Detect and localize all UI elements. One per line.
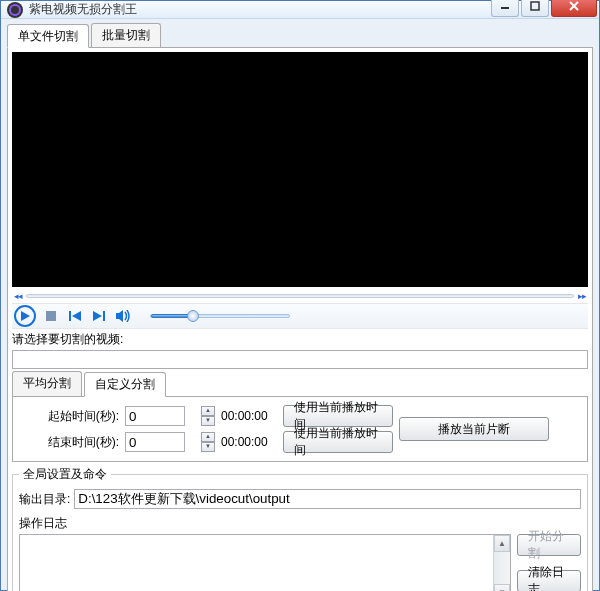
seekbar: ◂◂ ▸▸ [12, 290, 588, 302]
seek-forward-icon[interactable]: ▸▸ [578, 291, 586, 301]
prev-icon [69, 311, 81, 321]
tab-batch[interactable]: 批量切割 [91, 23, 161, 47]
stop-button[interactable] [42, 307, 60, 325]
end-time-label: 结束时间(秒): [19, 434, 119, 451]
start-time-input[interactable] [125, 406, 185, 426]
outdir-input[interactable] [74, 489, 581, 509]
play-segment-button[interactable]: 播放当前片断 [399, 417, 549, 441]
maximize-button[interactable] [521, 0, 549, 17]
log-scrollbar[interactable]: ▲ ▼ [493, 535, 510, 591]
window-title: 紫电视频无损分割王 [29, 1, 489, 18]
end-time-input[interactable] [125, 432, 185, 452]
main-tabs: 单文件切割 批量切割 [7, 23, 593, 47]
volume-icon [116, 310, 130, 322]
use-current-start-button[interactable]: 使用当前播放时间 [283, 405, 393, 427]
titlebar: 紫电视频无损分割王 [1, 1, 599, 19]
global-fieldset: 全局设置及命令 输出目录: 操作日志 ▲ ▼ [12, 466, 588, 591]
svg-rect-1 [531, 2, 539, 10]
main-panel: ◂◂ ▸▸ [7, 47, 593, 591]
global-legend: 全局设置及命令 [19, 466, 111, 483]
close-icon [568, 1, 580, 11]
volume-button[interactable] [114, 307, 132, 325]
seek-track[interactable] [26, 294, 574, 298]
end-time-display: 00:00:00 [221, 435, 277, 449]
volume-fill [151, 314, 191, 318]
maximize-icon [530, 1, 540, 11]
minimize-icon [500, 1, 510, 11]
start-time-spinner: ▲ ▼ [201, 406, 215, 426]
minimize-button[interactable] [491, 0, 519, 17]
seek-back-icon[interactable]: ◂◂ [14, 291, 22, 301]
volume-slider[interactable] [150, 314, 290, 318]
outdir-label: 输出目录: [19, 491, 70, 508]
log-textarea[interactable]: ▲ ▼ [19, 534, 511, 591]
next-icon [93, 311, 105, 321]
svg-rect-9 [103, 311, 105, 321]
tab-single-file[interactable]: 单文件切割 [7, 24, 89, 48]
next-button[interactable] [90, 307, 108, 325]
stop-icon [46, 311, 56, 321]
split-subtabs: 平均分割 自定义分割 [12, 371, 588, 396]
end-time-spinner: ▲ ▼ [201, 432, 215, 452]
play-icon [20, 311, 30, 321]
end-spin-down[interactable]: ▼ [201, 442, 215, 452]
svg-marker-4 [21, 311, 30, 321]
start-time-display: 00:00:00 [221, 409, 277, 423]
select-video-row: 请选择要切割的视频: [12, 331, 588, 348]
custom-split-panel: 起始时间(秒): ▲ ▼ 00:00:00 使用当前播放时间 播放当前片断 结束… [12, 396, 588, 462]
play-button[interactable] [14, 305, 36, 327]
client-area: 单文件切割 批量切割 ◂◂ ▸▸ [1, 19, 599, 591]
media-controls [12, 303, 588, 329]
start-time-label: 起始时间(秒): [19, 408, 119, 425]
close-button[interactable] [551, 0, 597, 17]
volume-knob[interactable] [187, 310, 199, 322]
svg-marker-8 [93, 311, 102, 321]
start-spin-up[interactable]: ▲ [201, 406, 215, 416]
log-label: 操作日志 [19, 515, 581, 532]
prev-button[interactable] [66, 307, 84, 325]
tab-custom-split[interactable]: 自定义分割 [84, 372, 166, 397]
window-buttons [489, 0, 597, 17]
svg-rect-5 [46, 311, 56, 321]
tab-average-split[interactable]: 平均分割 [12, 371, 82, 396]
app-window: 紫电视频无损分割王 单文件切割 批量切割 ◂◂ ▸▸ [0, 0, 600, 591]
svg-marker-7 [72, 311, 81, 321]
video-preview[interactable] [12, 52, 588, 287]
use-current-end-button[interactable]: 使用当前播放时间 [283, 431, 393, 453]
svg-marker-10 [116, 310, 123, 322]
start-spin-down[interactable]: ▼ [201, 416, 215, 426]
start-split-button[interactable]: 开始分割 [517, 534, 581, 556]
clear-log-button[interactable]: 清除日志 [517, 570, 581, 591]
video-path-input[interactable] [12, 350, 588, 369]
scroll-down-icon[interactable]: ▼ [494, 584, 510, 591]
end-spin-up[interactable]: ▲ [201, 432, 215, 442]
scroll-up-icon[interactable]: ▲ [494, 535, 510, 552]
app-icon [7, 2, 23, 18]
svg-rect-6 [69, 311, 71, 321]
select-video-label: 请选择要切割的视频: [12, 331, 123, 348]
